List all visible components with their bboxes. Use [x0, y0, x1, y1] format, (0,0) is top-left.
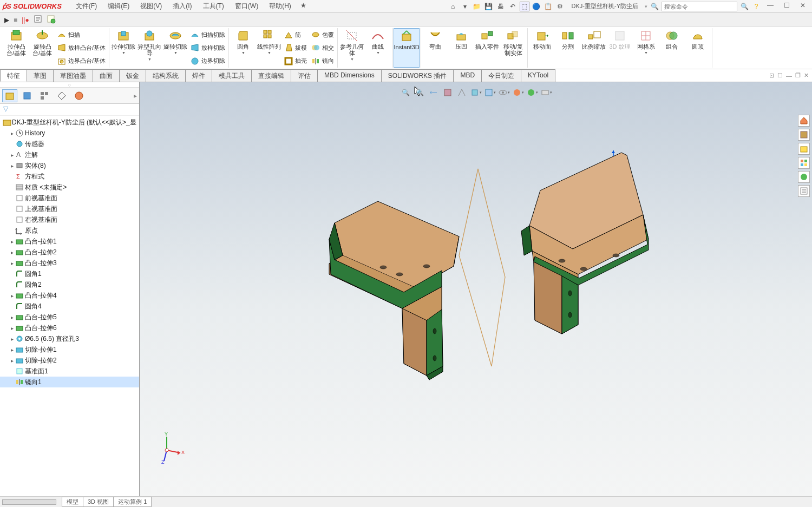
tree-root[interactable]: DKJ-重型丝杆机-Y防尘后 (默认<<默认>_显 — [0, 117, 139, 128]
btm-tab-model[interactable]: 模型 — [62, 497, 83, 507]
view-settings-icon[interactable]: ▾ — [540, 87, 552, 98]
popout-icon[interactable]: ☐ — [777, 72, 783, 79]
boundary-cut-button[interactable]: 边界切除 — [189, 55, 226, 67]
property-tab[interactable] — [19, 89, 35, 102]
feature-tree-tab[interactable] — [2, 89, 17, 102]
hole-wizard-button[interactable]: 异型孔向导▼ — [136, 28, 162, 68]
maximize-button[interactable]: ☐ — [780, 2, 794, 11]
insert-part-button[interactable]: 插入零件 — [474, 28, 500, 68]
doc-close-icon[interactable]: ✕ — [804, 72, 809, 79]
revolve-boss-button[interactable]: 旋转凸台/基体 — [29, 28, 55, 68]
tab-features[interactable]: 特征 — [0, 69, 27, 82]
panel-expand-icon[interactable]: ▸ — [134, 92, 137, 100]
flex-button[interactable]: 弯曲 — [422, 28, 448, 68]
search-input[interactable] — [662, 2, 737, 11]
fillet-button[interactable]: 圆角▼ — [230, 28, 256, 68]
menu-window[interactable]: 窗口(W) — [232, 1, 261, 12]
tab-structure[interactable]: 结构系统 — [146, 69, 186, 82]
tree-solid-bodies[interactable]: ▸实体(8) — [0, 160, 139, 171]
config-tab[interactable] — [37, 89, 52, 102]
curves-button[interactable]: 曲线▼ — [365, 28, 391, 68]
btm-tab-motion[interactable]: 运动算例 1 — [113, 497, 152, 507]
menu-view[interactable]: 视图(V) — [137, 1, 165, 12]
tree-mirror1[interactable]: 镜向1 — [0, 377, 139, 387]
star-icon[interactable]: ★ — [299, 1, 309, 10]
rib-button[interactable]: 筋 — [283, 29, 308, 41]
ref-geom-button[interactable]: 参考几何体▼ — [339, 28, 365, 68]
hide-show-icon[interactable]: ▾ — [498, 87, 510, 98]
tab-addins[interactable]: SOLIDWORKS 插件 — [381, 69, 454, 82]
tab-mbd-dim[interactable]: MBD Dimensions — [317, 69, 382, 82]
section-view-icon[interactable] — [442, 87, 454, 98]
tree-boss1[interactable]: ▸凸台-拉伸1 — [0, 236, 139, 247]
macro-record-icon[interactable]: ||● — [22, 16, 29, 24]
revolved-cut-button[interactable]: 旋转切除▼ — [162, 28, 188, 68]
tree-boss2[interactable]: ▸凸台-拉伸2 — [0, 247, 139, 258]
draft-button[interactable]: 拔模 — [283, 42, 308, 54]
linear-pattern-button[interactable]: 线性阵列▼ — [256, 28, 282, 68]
tab-sketch-ink[interactable]: 草图油墨 — [53, 69, 93, 82]
zoom-area-icon[interactable]: 🔍 — [414, 87, 425, 98]
tree-fillet1[interactable]: 圆角1 — [0, 268, 139, 279]
tree-right-plane[interactable]: 右视基准面 — [0, 214, 139, 225]
select-icon[interactable]: ⬚ — [520, 2, 529, 11]
orientation-triad[interactable]: Y X Z — [156, 431, 188, 464]
tree-sensors[interactable]: 传感器 — [0, 139, 139, 149]
tab-evaluate[interactable]: 评估 — [291, 69, 318, 82]
menu-edit[interactable]: 编辑(E) — [104, 1, 133, 12]
new-icon[interactable]: ▾ — [460, 2, 470, 11]
doc-max-icon[interactable]: ❐ — [795, 72, 801, 79]
move-face-button[interactable]: 移动面 — [529, 28, 555, 68]
tree-fillet4[interactable]: 圆角4 — [0, 301, 139, 312]
dome-button[interactable]: 圆顶 — [685, 28, 711, 68]
move-copy-button[interactable]: 移动/复制实体 — [500, 28, 526, 68]
indent-button[interactable]: 压凹 — [448, 28, 474, 68]
tab-sheet-metal[interactable]: 钣金 — [119, 69, 146, 82]
menu-file[interactable]: 文件(F) — [73, 1, 100, 12]
mirror-button[interactable]: 镜向 — [310, 55, 335, 67]
zoom-fit-icon[interactable]: 🔍 — [400, 87, 411, 98]
tree-equations[interactable]: Σ方程式 — [0, 171, 139, 182]
boundary-boss-button[interactable]: 边界凸台/基体 — [56, 55, 107, 67]
custom-props-icon[interactable] — [798, 185, 810, 197]
sweep-button[interactable]: 扫描 — [56, 29, 107, 41]
btm-tab-3dview[interactable]: 3D 视图 — [83, 497, 114, 507]
sw-resources-icon[interactable] — [798, 115, 810, 127]
open-icon[interactable]: 📁 — [472, 2, 482, 11]
rebuild-icon[interactable]: 🔵 — [532, 2, 541, 11]
view-orient-icon[interactable]: ▾ — [470, 87, 482, 98]
home-icon[interactable]: ⌂ — [448, 2, 458, 11]
tree-plane1[interactable]: 基准面1 — [0, 366, 139, 377]
settings-icon[interactable]: ⚙ — [555, 2, 565, 11]
dynamic-annot-icon[interactable] — [456, 87, 468, 98]
print-icon[interactable]: 🖶 — [496, 2, 506, 11]
loft-boss-button[interactable]: 放样凸台/基体 — [56, 42, 107, 54]
mesh-button[interactable]: 网格系▼ — [633, 28, 659, 68]
filter-icon[interactable]: ▽ — [3, 105, 8, 113]
shell-button[interactable]: 抽壳 — [283, 55, 308, 67]
file-explorer-icon[interactable] — [798, 143, 810, 155]
tab-kytool[interactable]: KYTool — [521, 69, 555, 82]
extrude-boss-button[interactable]: 拉伸凸台/基体 — [3, 28, 29, 68]
panel-drag-handle[interactable]: ○ — [0, 82, 139, 88]
tab-surfaces[interactable]: 曲面 — [93, 69, 120, 82]
tree-hole[interactable]: ▸Ø6.5 (6.5) 直径孔3 — [0, 333, 139, 344]
split-button[interactable]: 分割 — [555, 28, 581, 68]
save-icon[interactable]: 💾 — [484, 2, 494, 11]
menu-help[interactable]: 帮助(H) — [266, 1, 294, 12]
tree-cut2[interactable]: ▸切除-拉伸2 — [0, 355, 139, 366]
macro-stop-icon[interactable]: ■ — [14, 16, 17, 24]
minimize-button[interactable]: — — [763, 2, 777, 11]
tree-annotations[interactable]: ▸A注解 — [0, 149, 139, 160]
extruded-cut-button[interactable]: 拉伸切除▼ — [110, 28, 136, 68]
collapse-icon[interactable]: ⊡ — [769, 72, 774, 79]
intersect-button[interactable]: 相交 — [310, 42, 335, 54]
tree-boss5[interactable]: ▸凸台-拉伸5 — [0, 312, 139, 322]
tab-today-mfg[interactable]: 今日制造 — [481, 69, 521, 82]
tree-material[interactable]: 材质 <未指定> — [0, 182, 139, 193]
tree-boss4[interactable]: ▸凸台-拉伸4 — [0, 290, 139, 301]
search-go-icon[interactable]: 🔍 — [739, 2, 749, 11]
apply-scene-icon[interactable]: ▾ — [526, 87, 538, 98]
tree-history[interactable]: ▸History — [0, 128, 139, 139]
menu-insert[interactable]: 插入(I) — [169, 1, 195, 12]
